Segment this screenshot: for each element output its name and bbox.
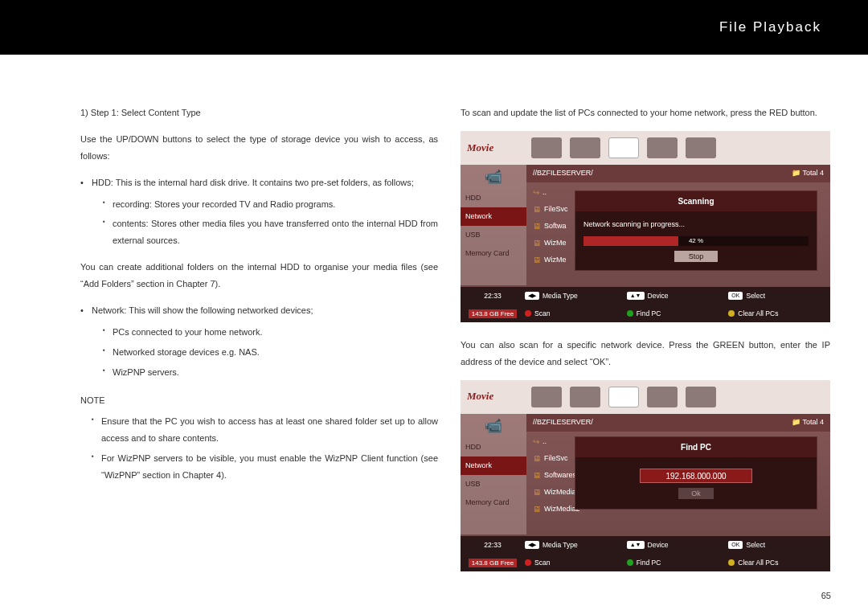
findpc-dialog: Find PC 192.168.000.000 Ok (575, 436, 817, 510)
main-bullets: HDD: This is the internal hard disk driv… (80, 174, 438, 250)
green-dot-icon (627, 310, 633, 317)
pc-icon: 🖥 (533, 485, 541, 500)
yellow-dot-icon (728, 559, 735, 566)
hdd-after-para: You can create additional folders on the… (80, 259, 438, 293)
ss1-footer: 22:33 ◀▶Media Type ▲▼Device OKSelect 143… (461, 287, 830, 322)
pc-icon: 🖥 (533, 502, 541, 517)
hdd-bullet: HDD: This is the internal hard disk driv… (80, 174, 438, 250)
green-dot-icon (627, 559, 633, 566)
net-sub1: PCs connected to your home network. (103, 324, 438, 341)
note-heading: NOTE (80, 392, 438, 409)
clapboard-icon (570, 137, 600, 158)
key-ud: ▲▼ (627, 292, 645, 300)
camcorder-icon (531, 137, 562, 158)
progress-bar: 42 % (583, 236, 809, 246)
ss-time: 22:33 (465, 538, 520, 551)
pc-icon: 🖥 (533, 219, 541, 234)
left-column: 1) Step 1: Select Content Type Use the U… (80, 104, 438, 586)
net-sub2: Networked storage devices e.g. NAS. (103, 344, 438, 361)
pc-icon: 🖥 (533, 252, 541, 268)
up-icon: ↪ (533, 434, 539, 449)
right-para1: To scan and update the list of PCs conne… (461, 104, 830, 121)
lens-icon (608, 387, 639, 407)
hdd-sub2: contents: Stores other media files you h… (103, 215, 438, 249)
headphones-icon (647, 137, 678, 158)
intro-para: Use the UP/DOWN buttons to select the ty… (80, 131, 438, 165)
ss-free: 143.8 GB Free (469, 309, 517, 318)
pc-icon: 🖥 (533, 451, 541, 466)
side-memcard: Memory Card (461, 493, 526, 512)
key-ok: OK (728, 292, 743, 300)
yellow-dot-icon (728, 310, 735, 317)
network-sublist: PCs connected to your home network. Netw… (92, 324, 438, 381)
ss2-total: 📁 Total 4 (792, 416, 824, 429)
dialog-title: Find PC (575, 437, 817, 457)
movie-label: Movie (467, 138, 523, 158)
net-sub3: WizPNP servers. (103, 364, 438, 381)
ss2-main: //BZFILESERVER/ 📁 Total 4 ↪.. 🖥FileSvc 🖥… (526, 414, 830, 534)
screenshot-findpc: Movie 📹 HDD Network USB Memory Card //BZ (461, 380, 830, 571)
side-network: Network (461, 207, 526, 226)
side-usb: USB (461, 475, 526, 493)
up-icon: ↪ (533, 185, 539, 200)
side-network: Network (461, 456, 526, 475)
page-content: 1) Step 1: Select Content Type Use the U… (0, 55, 868, 586)
network-bullets: Network: This will show the following ne… (80, 302, 438, 381)
right-column: To scan and update the list of PCs conne… (461, 104, 830, 586)
dialog-title: Scanning (575, 191, 817, 211)
ss-time: 22:33 (465, 289, 520, 302)
right-para2: You can also scan for a specific network… (461, 337, 830, 371)
ss2-path: //BZFILESERVER/ (533, 416, 593, 429)
camera-icon (686, 137, 716, 158)
pc-icon: 🖥 (533, 468, 541, 483)
lens-icon (608, 137, 639, 158)
ss1-sidebar: 📹 HDD Network USB Memory Card (461, 165, 526, 285)
scanning-dialog: Scanning Network scanning in progress...… (575, 190, 817, 271)
ss1-total: 📁 Total 4 (792, 166, 824, 180)
red-dot-icon (525, 310, 531, 317)
note2: For WizPNP servers to be visible, you mu… (92, 450, 438, 484)
pc-icon: 🖥 (533, 202, 541, 217)
dialog-msg: Network scanning in progress... (583, 218, 809, 231)
ss2-path-row: //BZFILESERVER/ 📁 Total 4 (526, 414, 830, 432)
ss2-sidebar: 📹 HDD Network USB Memory Card (461, 414, 526, 534)
pc-icon: 🖥 (533, 235, 541, 251)
page-number: 65 (821, 591, 831, 600)
key-ud: ▲▼ (627, 541, 645, 549)
cam-device-icon: 📹 (461, 414, 526, 438)
progress-pct: 42 % (583, 236, 809, 246)
camera-icon (686, 387, 716, 407)
side-hdd: HDD (461, 189, 526, 207)
network-bullet: Network: This will show the following ne… (80, 302, 438, 381)
stop-button[interactable]: Stop (674, 251, 718, 262)
note-list: Ensure that the PC you wish to access ha… (80, 413, 438, 484)
step-heading: 1) Step 1: Select Content Type (80, 104, 438, 121)
clapboard-icon (570, 387, 600, 407)
key-lr: ◀▶ (525, 541, 539, 549)
cam-device-icon: 📹 (461, 165, 526, 189)
ss1-topbar: Movie (461, 131, 830, 165)
side-hdd: HDD (461, 438, 526, 456)
ss1-path: //BZFILESERVER/ (533, 166, 593, 180)
hdd-sub1: recording: Stores your recorded TV and R… (103, 196, 438, 213)
note1: Ensure that the PC you wish to access ha… (92, 413, 438, 447)
ss-free: 143.8 GB Free (469, 559, 517, 567)
ss1-main: //BZFILESERVER/ 📁 Total 4 ↪.. 🖥FileSvc 🖥… (526, 165, 830, 285)
movie-label: Movie (467, 387, 523, 407)
ss1-path-row: //BZFILESERVER/ 📁 Total 4 (526, 165, 830, 182)
key-ok: OK (728, 541, 743, 549)
side-usb: USB (461, 226, 526, 244)
side-memcard: Memory Card (461, 244, 526, 263)
screenshot-scanning: Movie 📹 HDD Network USB Memory Card //BZ (461, 131, 830, 322)
page-header: File Playback (0, 0, 868, 55)
header-title: File Playback (719, 19, 821, 35)
key-lr: ◀▶ (525, 292, 539, 300)
ss2-footer: 22:33 ◀▶Media Type ▲▼Device OKSelect 143… (461, 536, 830, 571)
hdd-sublist: recording: Stores your recorded TV and R… (92, 196, 438, 250)
red-dot-icon (525, 559, 531, 566)
camcorder-icon (531, 387, 562, 407)
ss2-topbar: Movie (461, 380, 830, 414)
headphones-icon (647, 387, 678, 407)
ok-button[interactable]: Ok (678, 488, 714, 499)
ip-input[interactable]: 192.168.000.000 (640, 469, 752, 483)
